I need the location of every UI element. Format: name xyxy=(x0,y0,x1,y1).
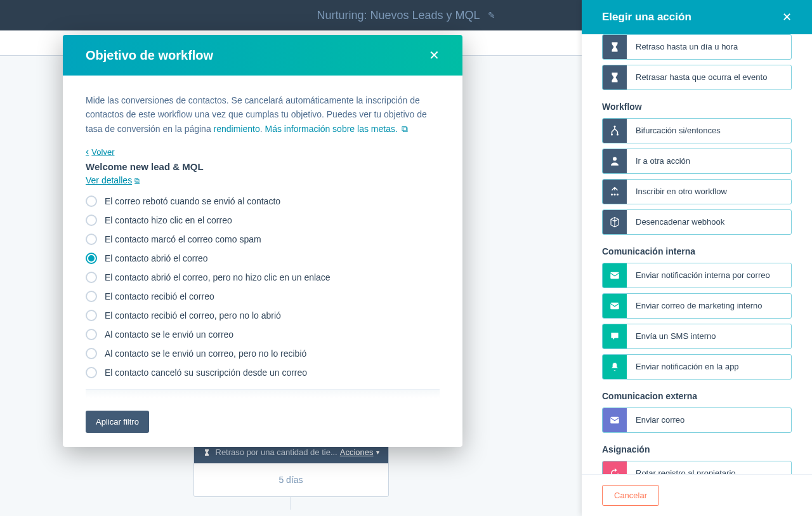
external-link-icon: ⧉ xyxy=(134,176,140,185)
goal-option[interactable]: Al contacto se le envió un correo, pero … xyxy=(86,344,440,363)
svg-point-3 xyxy=(613,157,617,161)
action-list[interactable]: Retraso hasta un día u horaRetrasar hast… xyxy=(582,34,812,474)
action-option[interactable]: Retraso hasta un día u hora xyxy=(602,34,792,60)
close-icon[interactable]: ✕ xyxy=(429,48,440,63)
action-label: Enviar notificación interna por correo xyxy=(627,263,791,288)
action-option[interactable]: Enviar correo de marketing interno xyxy=(602,293,792,319)
view-details-link[interactable]: Ver detalles⧉ xyxy=(86,175,140,185)
radio-label: El contacto abrió el correo, pero no hiz… xyxy=(105,272,331,282)
category-title: Asignación xyxy=(602,444,792,454)
svg-point-5 xyxy=(614,194,616,195)
side-panel-header: Elegir una acción ✕ xyxy=(582,0,812,34)
action-option[interactable]: Bifurcación si/entonces xyxy=(602,118,792,143)
radio-label: El contacto canceló su suscripción desde… xyxy=(105,367,307,378)
goal-option[interactable]: El contacto canceló su suscripción desde… xyxy=(86,363,440,382)
svg-point-4 xyxy=(611,194,613,195)
bell-icon xyxy=(603,355,627,379)
node-body: 5 días xyxy=(194,463,388,496)
performance-link[interactable]: rendimiento xyxy=(214,124,260,134)
svg-point-6 xyxy=(617,194,619,195)
radio-button[interactable] xyxy=(86,272,97,283)
modal-header: Objetivo de workflow ✕ xyxy=(63,35,462,76)
cancel-button[interactable]: Cancelar xyxy=(602,485,659,506)
goal-option[interactable]: El contacto recibió el correo, pero no l… xyxy=(86,306,440,325)
goals-help-link[interactable]: Más información sobre las metas. ⧉ xyxy=(265,124,408,134)
action-label: Inscribir en otro workflow xyxy=(627,180,791,204)
goal-option[interactable]: El contacto abrió el correo xyxy=(86,249,440,268)
radio-label: El contacto marcó el correo como spam xyxy=(105,234,261,244)
mail-icon xyxy=(603,263,627,288)
svg-point-1 xyxy=(611,134,613,136)
radio-label: Al contacto se le envió un correo xyxy=(105,329,233,340)
action-option[interactable]: Desencadenar webhook xyxy=(602,209,792,235)
branch-icon xyxy=(603,119,627,143)
action-label: Retraso hasta un día u hora xyxy=(627,35,791,59)
hourglass-icon xyxy=(603,65,627,89)
mail-icon xyxy=(603,408,627,432)
back-link[interactable]: Volver xyxy=(86,146,114,157)
modal-description: Mide las conversiones de contactos. Se c… xyxy=(86,93,440,136)
chat-icon xyxy=(603,324,627,348)
workflow-goal-modal: Objetivo de workflow ✕ Mide las conversi… xyxy=(63,35,462,447)
radio-button[interactable] xyxy=(86,195,97,207)
radio-button[interactable] xyxy=(86,348,97,359)
goal-option[interactable]: El contacto hizo clic en el correo xyxy=(86,211,440,230)
radio-button[interactable] xyxy=(86,253,97,264)
connector-line xyxy=(291,497,291,510)
goal-name: Welcome new lead & MQL xyxy=(86,161,440,172)
external-link-icon: ⧉ xyxy=(399,124,408,134)
action-label: Enviar notificación en la app xyxy=(627,355,791,379)
action-option[interactable]: Envía un SMS interno xyxy=(602,324,792,349)
svg-rect-7 xyxy=(610,272,619,279)
radio-button[interactable] xyxy=(86,367,97,378)
action-label: Bifurcación si/entonces xyxy=(627,119,791,143)
svg-rect-9 xyxy=(610,417,619,424)
close-icon[interactable]: ✕ xyxy=(782,10,792,24)
goal-options-list[interactable]: El correo rebotó cuando se envió al cont… xyxy=(86,192,440,385)
goal-option[interactable]: El contacto abrió el correo, pero no hiz… xyxy=(86,268,440,287)
action-label: Desencadenar webhook xyxy=(627,210,791,234)
radio-button[interactable] xyxy=(86,329,97,340)
action-option[interactable]: Rotar registro al propietario xyxy=(602,461,792,474)
radio-label: Al contacto se le envió un correo, pero … xyxy=(105,348,306,359)
radio-button[interactable] xyxy=(86,291,97,302)
action-option[interactable]: Retrasar hasta que ocurra el evento xyxy=(602,65,792,90)
action-label: Envía un SMS interno xyxy=(627,324,791,348)
action-label: Enviar correo de marketing interno xyxy=(627,294,791,318)
radio-button[interactable] xyxy=(86,310,97,321)
radio-label: El correo rebotó cuando se envió al cont… xyxy=(105,196,280,206)
radio-label: El contacto recibió el correo xyxy=(105,291,214,301)
action-option[interactable]: Enviar notificación interna por correo xyxy=(602,263,792,288)
svg-point-0 xyxy=(614,126,616,128)
category-title: Workflow xyxy=(602,102,792,112)
category-title: Comunicacion externa xyxy=(602,391,792,401)
svg-point-2 xyxy=(617,134,619,136)
workflow-title: Nurturing: Nuevos Leads y MQL xyxy=(317,9,480,22)
node-label: Retraso por una cantidad de tie... xyxy=(216,447,340,457)
action-option[interactable]: Inscribir en otro workflow xyxy=(602,179,792,204)
goal-option[interactable]: El correo rebotó cuando se envió al cont… xyxy=(86,192,440,211)
action-label: Retrasar hasta que ocurra el evento xyxy=(627,65,791,89)
goal-option[interactable]: Al contacto se le envió un correo xyxy=(86,325,440,344)
action-option[interactable]: Ir a otra acción xyxy=(602,149,792,174)
node-actions-link[interactable]: Acciones xyxy=(340,447,374,457)
modal-title: Objetivo de workflow xyxy=(86,48,213,63)
mail-icon xyxy=(603,294,627,318)
delay-node[interactable]: Retraso por una cantidad de tie... Accio… xyxy=(193,440,389,497)
radio-label: El contacto hizo clic en el correo xyxy=(105,215,232,225)
caret-down-icon: ▾ xyxy=(376,449,379,456)
action-option[interactable]: Enviar correo xyxy=(602,407,792,433)
action-label: Enviar correo xyxy=(627,408,791,432)
radio-button[interactable] xyxy=(86,215,97,226)
choose-action-panel: Elegir una acción ✕ Retraso hasta un día… xyxy=(582,0,812,516)
apply-filter-button[interactable]: Aplicar filtro xyxy=(86,411,149,433)
goal-option[interactable]: El contacto recibió el correo xyxy=(86,287,440,306)
edit-title-icon[interactable]: ✎ xyxy=(488,10,495,20)
action-label: Ir a otra acción xyxy=(627,149,791,173)
radio-button[interactable] xyxy=(86,234,97,245)
separator xyxy=(86,389,440,398)
action-label: Rotar registro al propietario xyxy=(627,461,791,474)
action-option[interactable]: Enviar notificación en la app xyxy=(602,354,792,380)
goal-option[interactable]: El contacto marcó el correo como spam xyxy=(86,230,440,249)
category-title: Comunicación interna xyxy=(602,246,792,256)
